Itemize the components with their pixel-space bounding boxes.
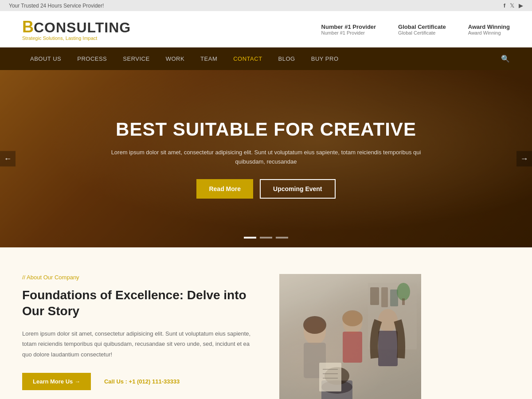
badge-2-sub: Global Certificate <box>398 30 446 35</box>
about-text: // About Our Company Foundations of Exce… <box>22 274 253 390</box>
hero-content: BEST SUITABLE FOR CREATIVE Lorem ipsum d… <box>89 119 443 199</box>
nav-item-work[interactable]: WORK <box>158 47 192 70</box>
header: BCONSULTING Strategic Solutions, Lasting… <box>0 11 532 47</box>
read-more-button[interactable]: Read More <box>196 179 253 199</box>
logo-tagline: Strategic Solutions, Lasting Impact <box>22 35 131 41</box>
logo-letter: B <box>22 18 34 36</box>
nav-item-process[interactable]: PROCESS <box>69 47 115 70</box>
badge-3-title: Award Winning <box>468 23 510 30</box>
badge-1-sub: Number #1 Provider <box>321 30 376 35</box>
about-image <box>279 274 421 399</box>
svg-point-5 <box>397 283 410 301</box>
about-label: // About Our Company <box>22 274 253 281</box>
badge-3: Award Winning Award Winning <box>468 23 510 35</box>
badge-2-title: Global Certificate <box>398 23 446 30</box>
svg-rect-2 <box>370 287 379 305</box>
badge-1: Number #1 Provider Number #1 Provider <box>321 23 376 35</box>
nav-link-buypro[interactable]: BUY PRO <box>303 47 347 70</box>
hero-dot-1[interactable] <box>244 237 256 239</box>
facebook-icon[interactable]: f <box>504 2 505 9</box>
nav-item-about[interactable]: ABOUT US <box>22 47 69 70</box>
about-actions: Learn More Us → Call Us : +1 (012) 111-3… <box>22 373 253 390</box>
upcoming-event-button[interactable]: Upcoming Event <box>260 179 335 199</box>
nav-item-contact[interactable]: CONTACT <box>225 47 270 70</box>
badge-1-title: Number #1 Provider <box>321 23 376 30</box>
youtube-icon[interactable]: ▶ <box>519 2 523 9</box>
logo-name: CONSULTING <box>34 20 131 35</box>
svg-rect-6 <box>402 298 405 305</box>
hero-dot-2[interactable] <box>260 237 272 239</box>
svg-rect-3 <box>381 287 388 307</box>
hero-section: ← BEST SUITABLE FOR CREATIVE Lorem ipsum… <box>0 70 532 247</box>
hero-description: Lorem ipsum dolor sit amet, consectetur … <box>98 148 434 167</box>
hero-dot-3[interactable] <box>276 237 288 239</box>
logo[interactable]: BCONSULTING Strategic Solutions, Lasting… <box>22 18 131 41</box>
hero-next-button[interactable]: → <box>516 151 532 167</box>
svg-rect-11 <box>343 332 362 363</box>
social-icons: f 𝕏 ▶ <box>504 2 523 9</box>
svg-rect-18 <box>319 363 341 391</box>
badge-3-sub: Award Winning <box>468 30 510 35</box>
nav-link-team[interactable]: TEAM <box>192 47 225 70</box>
svg-rect-14 <box>378 331 398 366</box>
hero-prev-button[interactable]: ← <box>0 151 16 167</box>
svg-point-12 <box>342 310 363 326</box>
call-us-text: Call Us : +1 (012) 111-33333 <box>104 378 180 385</box>
about-section: // About Our Company Foundations of Exce… <box>0 247 532 399</box>
badge-2: Global Certificate Global Certificate <box>398 23 446 35</box>
nav-item-buypro[interactable]: BUY PRO <box>303 47 347 70</box>
about-title: Foundations of Excellence: Delve into Ou… <box>22 287 253 320</box>
nav-item-service[interactable]: SERVICE <box>115 47 157 70</box>
nav-item-blog[interactable]: BLOG <box>270 47 303 70</box>
hero-title: BEST SUITABLE FOR CREATIVE <box>98 119 434 140</box>
hero-dots <box>244 237 288 239</box>
nav-link-contact[interactable]: CONTACT <box>225 47 270 70</box>
learn-more-button[interactable]: Learn More Us → <box>22 373 91 390</box>
nav-list: ABOUT US PROCESS SERVICE WORK TEAM CONTA… <box>22 47 347 70</box>
nav-link-work[interactable]: WORK <box>158 47 192 70</box>
header-badges: Number #1 Provider Number #1 Provider Gl… <box>321 23 510 35</box>
about-description: Lorem ipsum dolor sit amet, consectetur … <box>22 329 253 360</box>
top-bar: Your Trusted 24 Hours Service Provider! … <box>0 0 532 11</box>
svg-point-13 <box>378 309 398 332</box>
nav-link-blog[interactable]: BLOG <box>270 47 303 70</box>
hero-buttons: Read More Upcoming Event <box>98 179 434 199</box>
about-image-svg <box>279 274 421 399</box>
search-icon[interactable]: 🔍 <box>501 55 510 63</box>
twitter-icon[interactable]: 𝕏 <box>510 2 514 9</box>
nav-link-about[interactable]: ABOUT US <box>22 47 69 70</box>
navigation: ABOUT US PROCESS SERVICE WORK TEAM CONTA… <box>0 47 532 70</box>
nav-item-team[interactable]: TEAM <box>192 47 225 70</box>
svg-point-9 <box>303 316 326 334</box>
nav-link-service[interactable]: SERVICE <box>115 47 157 70</box>
nav-link-process[interactable]: PROCESS <box>69 47 115 70</box>
top-bar-tagline: Your Trusted 24 Hours Service Provider! <box>9 3 104 9</box>
